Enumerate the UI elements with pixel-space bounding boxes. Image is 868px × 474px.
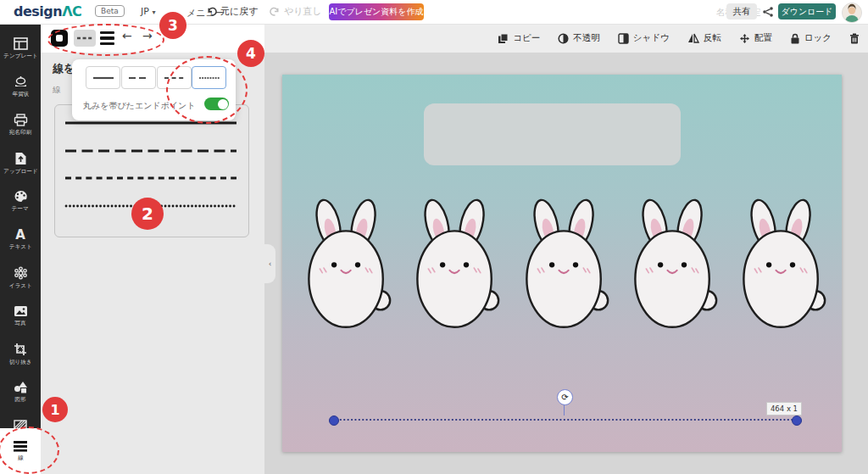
design-canvas[interactable]: ⟳ 464 x 1 (282, 75, 842, 452)
copy-button[interactable]: コピー (498, 32, 540, 44)
rabbit-illustration-5[interactable] (737, 195, 826, 332)
sidebar-item-photo[interactable]: 写真 (0, 297, 41, 335)
annotation-step-1: 1 (42, 397, 68, 422)
delete-button[interactable] (849, 33, 860, 44)
user-avatar[interactable] (842, 3, 862, 23)
panel-section-label: 線 (53, 85, 61, 96)
photo-icon (14, 305, 28, 317)
line-endpoint-handle-left[interactable] (329, 415, 339, 426)
selected-dotted-line[interactable] (329, 414, 800, 426)
flip-icon (687, 33, 699, 43)
sidebar-item-text[interactable]: A テキスト (0, 220, 41, 259)
rotate-handle[interactable]: ⟳ (557, 389, 573, 405)
object-toolbar: コピー 不透明 シャドウ 反転 配置 ロック (264, 24, 868, 53)
sidebar-item-newyear-card[interactable]: 年賀状 (0, 68, 41, 106)
undo-button[interactable]: 元に戻す (206, 5, 259, 18)
printer-icon (14, 114, 28, 126)
chevron-down-icon: ▾ (152, 8, 155, 16)
title-placeholder-box[interactable] (424, 103, 681, 165)
arrange-button[interactable]: 配置 (739, 32, 772, 44)
sidebar-item-template[interactable]: テンプレート (0, 30, 41, 68)
sidebar-item-theme[interactable]: テーマ (0, 182, 41, 220)
redo-icon (270, 6, 281, 17)
ai-presentation-button[interactable]: AIでプレゼン資料を作成 (329, 3, 424, 20)
rabbit-illustration-4[interactable] (628, 195, 718, 332)
beta-badge: Beta (95, 5, 125, 17)
annotation-step-4: 4 (237, 40, 264, 67)
opacity-icon (558, 33, 569, 44)
rabbit-illustration-3[interactable] (520, 195, 609, 332)
rabbit-illustration-1[interactable] (302, 195, 392, 332)
illustration-icon (14, 266, 28, 280)
lock-icon (790, 33, 800, 44)
crop-icon (14, 343, 27, 356)
designac-app: designΛC Beta JP ▾ メニュー 元に戻す やり直し AIでプレゼ… (0, 0, 868, 474)
undo-icon (206, 6, 217, 17)
designac-logo[interactable]: designΛC (14, 3, 81, 20)
share-link-icon[interactable] (762, 5, 774, 21)
annotation-ellipse-dot-option (166, 56, 248, 124)
shapes-icon (14, 381, 28, 393)
newyear-card-icon (14, 75, 28, 88)
line-style-long-dash[interactable] (64, 148, 237, 153)
sidebar-item-address-print[interactable]: 宛名印刷 (0, 106, 41, 144)
line-endpoint-handle-right[interactable] (792, 415, 802, 426)
app-header: designΛC Beta JP ▾ メニュー 元に戻す やり直し AIでプレゼ… (0, 0, 868, 25)
annotation-ellipse-toolbar (47, 24, 164, 56)
locale-dropdown[interactable]: JP ▾ (141, 6, 155, 17)
left-sidebar: テンプレート 年賀状 宛名印刷 アップロード テーマ A テキスト イラスト 写 (0, 24, 41, 474)
annotation-step-2: 2 (131, 198, 164, 230)
opacity-button[interactable]: 不透明 (558, 32, 600, 44)
svg-text:A: A (15, 228, 25, 241)
text-icon: A (14, 228, 27, 241)
share-button[interactable]: 共有 (726, 3, 757, 20)
style-option-solid[interactable] (86, 66, 120, 89)
annotation-step-3: 3 (159, 12, 186, 39)
rabbit-illustration-2[interactable] (410, 195, 500, 332)
copy-icon (498, 33, 509, 44)
template-icon (14, 37, 28, 50)
shadow-button[interactable]: シャドウ (618, 32, 670, 44)
line-style-dash[interactable] (64, 176, 237, 181)
sidebar-item-upload[interactable]: アップロード (0, 144, 41, 182)
sidebar-item-illustration[interactable]: イラスト (0, 259, 41, 297)
download-button[interactable]: ダウンロード (778, 3, 836, 20)
redo-button[interactable]: やり直し (270, 5, 322, 18)
sidebar-item-shapes[interactable]: 図形 (0, 373, 41, 411)
rotate-icon: ⟳ (561, 393, 568, 402)
upload-icon (14, 152, 27, 165)
palette-icon (14, 190, 28, 203)
chevron-left-icon: ‹ (269, 259, 272, 268)
trash-icon (849, 33, 860, 44)
shadow-icon (618, 33, 629, 44)
style-option-long-dash[interactable] (121, 66, 156, 89)
lock-button[interactable]: ロック (790, 32, 832, 44)
arrange-icon (739, 33, 750, 44)
size-badge: 464 x 1 (766, 402, 802, 415)
sidebar-item-crop[interactable]: 切り抜き (0, 335, 41, 373)
panel-collapse-button[interactable]: ‹ (264, 244, 275, 283)
flip-button[interactable]: 反転 (687, 32, 721, 44)
annotation-ellipse-line-tool (0, 427, 59, 474)
